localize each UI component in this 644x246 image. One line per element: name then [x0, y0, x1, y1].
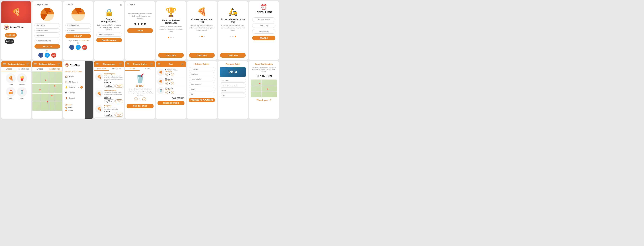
map-pin-2[interactable]: 📍 [38, 89, 42, 92]
sidebar-item-home[interactable]: 🏠 Home [63, 74, 84, 79]
order-now-button[interactable]: Order Now [220, 53, 246, 58]
sidebar-pizza-item[interactable]: 🍕Pizza [65, 107, 83, 109]
qty-increase-button[interactable]: + [171, 73, 174, 76]
quantity-increase-button[interactable]: + [142, 98, 146, 101]
sidebar-item-orders[interactable]: 📋 My Orders [63, 79, 84, 85]
add-to-cart-button-2[interactable]: Add to cart [115, 99, 123, 103]
sidebar-item-logout[interactable]: 🚪 Logout [63, 95, 84, 101]
cart-icon[interactable]: 🛒 [119, 63, 122, 66]
tab-500ml[interactable]: 500 ml [140, 67, 155, 71]
pizza-top-image [71, 7, 85, 22]
select-country-button[interactable]: Select Country [252, 18, 275, 22]
order-confirmation-screen: Order Confirmation Our driver is on his … [249, 61, 279, 119]
google-login-button[interactable]: g+ [51, 53, 56, 58]
category-pizza[interactable]: 🍕 Pizza [6, 73, 16, 86]
cart-icon[interactable]: 🛒 [26, 63, 30, 66]
signin-button[interactable]: SIGN UP [66, 34, 91, 38]
facebook-login-button[interactable]: f [69, 45, 74, 50]
full-name-input[interactable] [220, 79, 246, 83]
sidebar-item-notifications[interactable]: 🔔 Notifications 1 [63, 85, 84, 90]
qty-decrease-button-2[interactable]: − [165, 82, 168, 85]
map-pin-3[interactable]: 📍 [50, 95, 53, 98]
tab-choose[interactable]: Choose [2, 67, 16, 71]
hamburger-menu-icon[interactable] [3, 63, 6, 65]
email-input[interactable] [96, 33, 122, 37]
signup-button[interactable]: SIGN UP [5, 33, 17, 38]
hamburger-menu-icon[interactable] [127, 63, 130, 65]
cart-icon[interactable]: 🛒 [58, 63, 60, 66]
first-name-input[interactable] [189, 67, 215, 71]
order-now-button[interactable]: Order Now [158, 53, 184, 58]
password-input[interactable] [66, 29, 91, 33]
login-button[interactable]: LOG IN [5, 39, 14, 44]
twitter-login-button[interactable]: t [45, 53, 50, 58]
twitter-login-button[interactable]: t [76, 45, 81, 50]
map-pin-4[interactable]: 📍 [53, 85, 56, 88]
tab-location-map[interactable]: Location map [47, 67, 62, 71]
map-pin-1[interactable]: 📍 [44, 79, 47, 82]
city-input[interactable] [189, 92, 215, 96]
register-button[interactable]: SIGN UP [34, 44, 60, 49]
country-input[interactable] [189, 87, 215, 91]
qty-decrease-button[interactable]: − [165, 73, 168, 76]
cart-icon[interactable]: 🛒 [150, 63, 153, 66]
add-to-cart-button[interactable]: ADD TO CART [126, 104, 154, 108]
facebook-login-button[interactable]: f [38, 53, 43, 58]
tab-location-map[interactable]: Location map [16, 67, 31, 71]
tab-large[interactable]: Large 40 cm [94, 67, 109, 71]
expiry-input[interactable] [220, 89, 246, 93]
onboarding-2-title: Choose the food you love [189, 18, 215, 23]
qty-increase-button-3[interactable]: + [171, 91, 174, 94]
sidebar-item-settings[interactable]: ⚙ Settings [63, 90, 84, 95]
email-input[interactable] [66, 23, 91, 27]
sidebar-dessert-item[interactable]: 🍰Dessert [65, 109, 83, 111]
tab-choose[interactable]: Choose [32, 67, 47, 71]
add-to-cart-button-3[interactable]: Add to cart [115, 113, 123, 117]
change-link[interactable]: Change [76, 71, 82, 72]
quantity-decrease-button[interactable]: − [134, 98, 138, 101]
password-input[interactable] [34, 34, 60, 38]
phone-input[interactable] [189, 77, 215, 81]
username-input[interactable] [34, 23, 60, 27]
add-to-cart-button[interactable]: Add to cart [115, 84, 123, 88]
restaurants-button[interactable]: Restaurants [252, 29, 275, 34]
back-navigation[interactable]: ← Sign in [66, 4, 91, 6]
margarita-pizza-price: 90 UAH [104, 111, 123, 112]
add-ingredients-button[interactable]: Add ingredients [104, 84, 115, 88]
cvv-input[interactable] [220, 94, 246, 98]
process-order-button[interactable]: PROCESS ORDER [158, 101, 184, 105]
verify-button[interactable]: Verify [127, 28, 153, 33]
add-ingredients-button-3[interactable]: Add ingredients [104, 113, 115, 117]
category-snacks[interactable]: 🍟 Snacks [17, 73, 27, 86]
back-navigation[interactable]: ← Register Now [34, 4, 60, 6]
add-ingredients-button-2[interactable]: Add ingredients [104, 99, 115, 103]
dessert-label: Dessert [8, 98, 14, 99]
street-address-input[interactable] [189, 82, 215, 86]
tab-300ml[interactable]: 300 ml [125, 67, 140, 71]
hamburger-menu-icon[interactable] [34, 63, 36, 65]
map-pin-5[interactable]: 📍 [46, 101, 49, 104]
last-name-input[interactable] [189, 72, 215, 76]
google-login-button[interactable]: g+ [82, 45, 87, 50]
hamburger-menu-icon[interactable] [96, 63, 98, 65]
order-now-button[interactable]: Order Now [189, 53, 215, 58]
qty-decrease-button-3[interactable]: − [165, 91, 168, 94]
tab-small[interactable]: Small 30 cm [109, 67, 124, 71]
close-button[interactable]: ✕ [96, 4, 122, 7]
category-dessert[interactable]: 🍰 Dessert [6, 87, 16, 99]
search-button[interactable]: SEARCH [252, 36, 275, 40]
process-to-payments-button[interactable]: PROCESS TO PLAYMENTS [189, 98, 215, 102]
cart-icon[interactable]: 🛒 [181, 63, 184, 66]
location-text: NewYork, USA. [65, 71, 76, 72]
forgot-touch-link[interactable]: Touch here [81, 40, 89, 42]
confirm-password-input[interactable] [34, 39, 60, 43]
back-navigation[interactable]: ← Sign in [127, 4, 153, 6]
size-tabs: Large 40 cm Small 30 cm [94, 67, 124, 71]
hamburger-menu-icon[interactable] [158, 63, 160, 65]
email-input[interactable] [34, 29, 60, 33]
select-city-button[interactable]: Select City [252, 23, 275, 28]
qty-increase-button-2[interactable]: + [171, 82, 174, 85]
send-password-button[interactable]: Send Password [96, 38, 122, 42]
category-drinks[interactable]: 🥤 Drinks [17, 87, 27, 99]
card-number-input[interactable] [220, 84, 246, 88]
